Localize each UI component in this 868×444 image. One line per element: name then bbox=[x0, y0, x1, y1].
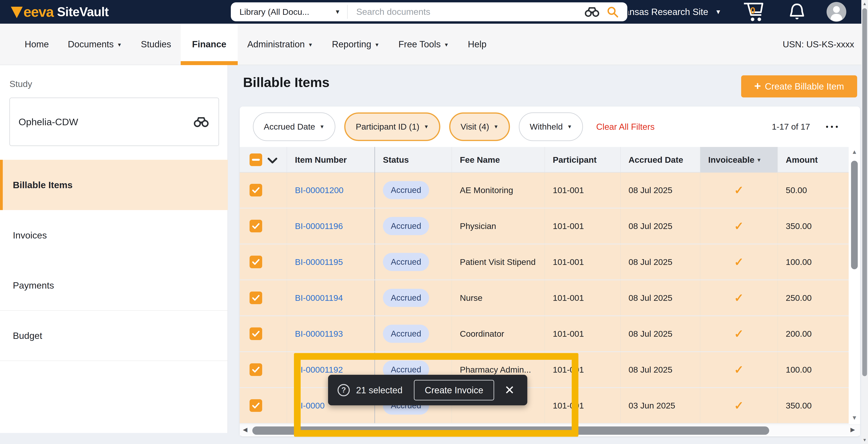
participant: 101-001 bbox=[545, 172, 621, 208]
nav-item-finance[interactable]: Finance bbox=[181, 24, 238, 65]
column-header-item-number[interactable]: Item Number bbox=[287, 147, 375, 172]
bell-icon[interactable] bbox=[787, 3, 807, 22]
filter-visit[interactable]: Visit (4)▼ bbox=[449, 113, 510, 141]
table-row[interactable]: BI-00001196 Accrued Physician 101-001 08… bbox=[240, 209, 860, 244]
sidebar-item-billable-items[interactable]: Billable Items bbox=[0, 160, 228, 210]
participant: 101-001 bbox=[545, 244, 621, 280]
search-input[interactable] bbox=[348, 2, 584, 21]
column-header-amount[interactable]: Amount bbox=[778, 147, 849, 172]
accrued-date: 08 Jul 2025 bbox=[621, 280, 700, 315]
nav-item-studies[interactable]: Studies bbox=[131, 24, 181, 65]
scroll-down-icon[interactable]: ▼ bbox=[849, 414, 860, 421]
scroll-right-icon[interactable]: ▶ bbox=[850, 426, 855, 433]
top-bar: eeva SiteVault Kansas Research Site ▼ Li… bbox=[0, 0, 868, 24]
create-billable-item-button[interactable]: + Create Billable Item bbox=[741, 75, 857, 97]
table-row[interactable]: BI-00001200 Accrued AE Monitoring 101-00… bbox=[240, 172, 860, 209]
sidebar-item-budget[interactable]: Budget bbox=[0, 311, 228, 361]
chevron-down-icon: ▼ bbox=[444, 42, 449, 48]
create-invoice-button[interactable]: Create Invoice bbox=[414, 380, 494, 401]
column-header-invoiceable[interactable]: Invoiceable▾ bbox=[700, 147, 778, 172]
amount: 200.00 bbox=[778, 316, 849, 351]
table-header: Item Number Status Fee Name Participant … bbox=[240, 147, 860, 172]
help-icon[interactable]: ? bbox=[338, 384, 350, 396]
row-checkbox[interactable] bbox=[250, 184, 262, 196]
veeva-v-icon bbox=[11, 7, 23, 18]
invoiceable-check-icon: ✓ bbox=[734, 399, 744, 412]
chevron-down-icon: ▼ bbox=[374, 42, 379, 48]
amount: 350.00 bbox=[778, 209, 849, 244]
filter-accrued-date[interactable]: Accrued Date▼ bbox=[253, 113, 335, 141]
invoiceable-check-icon: ✓ bbox=[734, 327, 744, 341]
table-row[interactable]: BI-00001193 Accrued Coordinator 101-001 … bbox=[240, 316, 860, 352]
avatar[interactable] bbox=[827, 2, 846, 22]
site-selector-label-clipped[interactable]: Kansas Research Site bbox=[628, 0, 708, 24]
nav-item-free-tools[interactable]: Free Tools▼ bbox=[389, 24, 459, 65]
scroll-down-icon[interactable]: ▼ bbox=[861, 438, 868, 443]
filter-withheld[interactable]: Withheld▼ bbox=[519, 113, 583, 141]
column-header-status[interactable]: Status bbox=[375, 147, 452, 172]
item-number-link[interactable]: BI-00001200 bbox=[295, 185, 343, 195]
binoculars-icon[interactable] bbox=[193, 117, 209, 127]
selection-menu-chevron-icon[interactable] bbox=[267, 157, 278, 164]
nav-item-administration[interactable]: Administration▼ bbox=[238, 24, 322, 65]
table-vertical-scrollbar[interactable]: ▲ ▼ bbox=[849, 147, 860, 424]
page-scrollbar[interactable]: ▲ ▼ bbox=[861, 0, 868, 444]
close-icon[interactable]: ✕ bbox=[504, 384, 515, 396]
search-icon[interactable] bbox=[607, 6, 619, 18]
document-search-group: Library (All Docu... ▼ bbox=[231, 2, 627, 21]
filter-participant-id[interactable]: Participant ID (1)▼ bbox=[344, 113, 440, 141]
site-selector-caret-icon[interactable]: ▼ bbox=[715, 0, 721, 24]
item-number-link[interactable]: BI-00001195 bbox=[295, 257, 343, 267]
row-checkbox[interactable] bbox=[250, 327, 262, 340]
fee-name: Physician bbox=[452, 209, 545, 244]
invoiceable-check-icon: ✓ bbox=[734, 291, 744, 305]
row-checkbox[interactable] bbox=[250, 363, 262, 376]
study-input[interactable] bbox=[10, 116, 193, 127]
invoiceable-check-icon: ✓ bbox=[734, 184, 744, 197]
accrued-date: 08 Jul 2025 bbox=[621, 172, 700, 208]
item-number-link[interactable]: BI-00001196 bbox=[295, 221, 343, 231]
more-options-button[interactable]: ••• bbox=[826, 123, 840, 131]
chevron-down-icon: ▼ bbox=[117, 42, 122, 48]
item-number-link[interactable]: BI-00001193 bbox=[295, 329, 343, 339]
nav-item-reporting[interactable]: Reporting▼ bbox=[322, 24, 389, 65]
scroll-up-icon[interactable]: ▲ bbox=[849, 149, 860, 155]
item-number-link[interactable]: BI-00001194 bbox=[295, 293, 343, 303]
amount: 50.00 bbox=[778, 172, 849, 208]
select-all-checkbox[interactable] bbox=[250, 154, 262, 166]
row-checkbox[interactable] bbox=[250, 399, 262, 412]
plus-icon: + bbox=[754, 79, 761, 93]
column-header-fee-name[interactable]: Fee Name bbox=[452, 147, 545, 172]
status-badge: Accrued bbox=[383, 181, 429, 199]
nav-item-home[interactable]: Home bbox=[15, 24, 58, 65]
chevron-down-icon: ▼ bbox=[308, 42, 313, 48]
sidebar-item-invoices[interactable]: Invoices bbox=[0, 210, 228, 260]
table-row[interactable]: BI-00001195 Accrued Patient Visit Stipen… bbox=[240, 244, 860, 280]
item-number-link[interactable]: BI-00001192 bbox=[295, 365, 343, 375]
column-header-participant[interactable]: Participant bbox=[545, 147, 621, 172]
row-checkbox[interactable] bbox=[250, 291, 262, 304]
table-row[interactable]: BI-00001194 Accrued Nurse 101-001 08 Jul… bbox=[240, 280, 860, 316]
vertical-scroll-thumb[interactable] bbox=[851, 161, 858, 269]
sidebar-item-payments[interactable]: Payments bbox=[0, 260, 228, 311]
clear-all-filters-link[interactable]: Clear All Filters bbox=[596, 122, 655, 132]
binoculars-icon[interactable] bbox=[584, 7, 600, 17]
table-horizontal-scrollbar[interactable]: ◀ ▶ bbox=[240, 424, 860, 436]
scroll-up-icon[interactable]: ▲ bbox=[861, 1, 868, 6]
horizontal-scroll-thumb[interactable] bbox=[252, 426, 769, 435]
nav-item-documents[interactable]: Documents▼ bbox=[58, 24, 131, 65]
library-scope-select[interactable]: Library (All Docu... ▼ bbox=[231, 2, 347, 21]
row-checkbox[interactable] bbox=[250, 256, 262, 268]
row-checkbox[interactable] bbox=[250, 220, 262, 232]
cart-icon[interactable]: 0 bbox=[742, 2, 765, 22]
column-header-accrued-date[interactable]: Accrued Date bbox=[621, 147, 700, 172]
page-scroll-thumb[interactable] bbox=[862, 8, 867, 376]
fee-name: AE Monitoring bbox=[452, 172, 545, 208]
main-nav: Home Documents▼ Studies Finance Administ… bbox=[0, 24, 868, 65]
veeva-wordmark: eeva bbox=[11, 4, 54, 20]
nav-item-help[interactable]: Help bbox=[458, 24, 496, 65]
veeva-sitevault-logo[interactable]: eeva SiteVault bbox=[11, 0, 108, 24]
invoiceable-check-icon: ✓ bbox=[734, 255, 744, 268]
item-number-link[interactable]: BI-0000 bbox=[295, 401, 325, 410]
scroll-left-icon[interactable]: ◀ bbox=[243, 426, 247, 433]
